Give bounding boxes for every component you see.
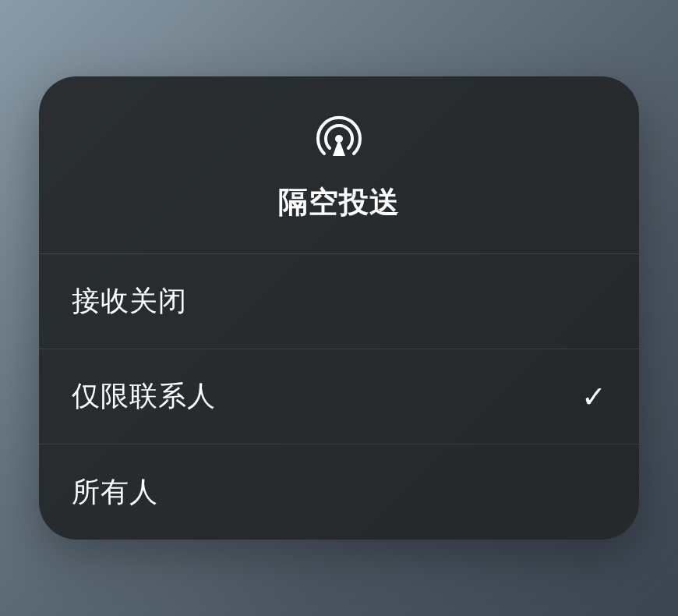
option-contacts-only[interactable]: 仅限联系人 ✓ bbox=[39, 349, 639, 444]
option-everyone[interactable]: 所有人 ✓ bbox=[39, 444, 639, 540]
option-label: 接收关闭 bbox=[72, 282, 187, 320]
airdrop-panel: 隔空投送 接收关闭 ✓ 仅限联系人 ✓ 所有人 ✓ bbox=[39, 76, 639, 540]
option-label: 所有人 bbox=[72, 473, 158, 512]
airdrop-icon bbox=[314, 114, 364, 164]
option-receiving-off[interactable]: 接收关闭 ✓ bbox=[39, 254, 639, 349]
options-list: 接收关闭 ✓ 仅限联系人 ✓ 所有人 ✓ bbox=[39, 254, 639, 540]
checkmark-icon: ✓ bbox=[581, 380, 606, 414]
option-label: 仅限联系人 bbox=[72, 377, 216, 416]
panel-title: 隔空投送 bbox=[278, 182, 400, 222]
panel-header: 隔空投送 bbox=[39, 76, 639, 254]
